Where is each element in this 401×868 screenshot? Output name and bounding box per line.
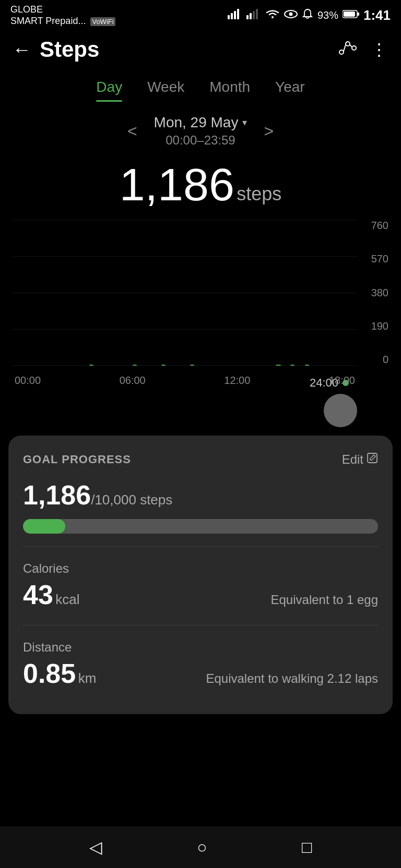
- svg-rect-0: [228, 15, 230, 19]
- tab-day[interactable]: Day: [96, 79, 122, 100]
- divider-2: [23, 625, 378, 625]
- chart-bar: [290, 365, 294, 366]
- tab-year[interactable]: Year: [275, 79, 305, 100]
- date-navigator: < Mon, 29 May ▾ 00:00–23:59 >: [0, 104, 401, 150]
- chart-bar: [133, 365, 137, 366]
- bar-group: [85, 365, 99, 366]
- goal-steps-current: 1,186: [23, 480, 91, 510]
- svg-point-17: [352, 46, 356, 50]
- goal-title: GOAL PROGRESS: [23, 453, 131, 466]
- chart-bar: [161, 365, 166, 366]
- svg-point-16: [346, 42, 350, 46]
- bell-icon: [302, 8, 313, 22]
- date-dropdown-icon: ▾: [242, 117, 247, 128]
- svg-rect-14: [344, 11, 355, 17]
- svg-rect-3: [237, 9, 239, 19]
- tab-week[interactable]: Week: [147, 79, 184, 100]
- bar-group: [271, 365, 286, 366]
- chart-y-labels: 760 570 380 190 0: [360, 220, 388, 366]
- battery-label: 93%: [317, 9, 338, 21]
- goal-steps-display: 1,186/10,000 steps: [23, 479, 378, 511]
- y-label-190: 190: [360, 320, 388, 332]
- signal2-icon: [246, 9, 261, 22]
- signal-icon: [228, 9, 242, 22]
- svg-point-15: [339, 50, 344, 54]
- x-label-1800: 18:00: [329, 375, 355, 387]
- page-title: Steps: [40, 37, 99, 62]
- y-label-570: 570: [360, 253, 388, 265]
- date-center: Mon, 29 May ▾ 00:00–23:59: [154, 114, 247, 148]
- chart-bars: [13, 220, 357, 366]
- back-nav-button[interactable]: ◁: [89, 837, 102, 857]
- calories-equivalent: Equivalent to 1 egg: [271, 593, 379, 607]
- more-options-icon[interactable]: ⋮: [371, 40, 388, 59]
- svg-rect-4: [246, 15, 249, 19]
- goal-progress-card: GOAL PROGRESS Edit 1,186/10,000 steps Ca…: [8, 436, 393, 714]
- svg-point-8: [272, 16, 274, 18]
- edit-icon: [367, 452, 378, 467]
- edit-button[interactable]: Edit: [342, 452, 378, 467]
- back-button[interactable]: ←: [13, 39, 31, 61]
- y-label-760: 760: [360, 220, 388, 232]
- divider-1: [23, 546, 378, 547]
- svg-line-19: [350, 45, 352, 47]
- svg-rect-2: [234, 11, 236, 19]
- bottom-nav: ◁ ○ □: [0, 826, 401, 868]
- distance-value-group: 0.85 km: [23, 658, 96, 689]
- svg-rect-1: [231, 13, 233, 19]
- distance-section: Distance 0.85 km Equivalent to walking 2…: [23, 630, 378, 700]
- bar-group: [286, 365, 300, 366]
- next-date-button[interactable]: >: [264, 122, 274, 141]
- chart-bar: [305, 365, 309, 366]
- svg-rect-20: [368, 453, 377, 463]
- x-label-0000: 00:00: [15, 375, 41, 387]
- recent-nav-button[interactable]: □: [302, 838, 312, 857]
- date-label[interactable]: Mon, 29 May ▾: [154, 114, 247, 131]
- wifi-icon: [265, 9, 280, 22]
- tabs-container: Day Week Month Year: [0, 70, 401, 104]
- vowifi-badge: VoWiFi: [90, 17, 115, 26]
- header: ← Steps ⋮: [0, 29, 401, 70]
- steps-number: 1,186: [120, 159, 234, 210]
- calories-unit: kcal: [55, 592, 79, 607]
- distance-unit: km: [78, 670, 97, 686]
- goal-header: GOAL PROGRESS Edit: [23, 452, 378, 467]
- progress-bar-container: [23, 519, 378, 534]
- svg-rect-13: [357, 13, 359, 16]
- svg-rect-5: [250, 13, 252, 19]
- battery-icon: [343, 9, 359, 21]
- graph-icon[interactable]: [337, 40, 358, 60]
- eye-icon: [284, 9, 298, 22]
- bar-group: [185, 365, 199, 366]
- distance-equivalent: Equivalent to walking 2.12 laps: [206, 671, 378, 686]
- header-left: ← Steps: [13, 37, 99, 62]
- tab-month[interactable]: Month: [209, 79, 250, 100]
- y-label-0: 0: [360, 354, 388, 366]
- distance-value: 0.85: [23, 658, 76, 689]
- chart-x-labels: 00:00 06:00 12:00 18:00: [13, 375, 357, 387]
- chart-area: 760 570 380 190 0 00:00 06:00 12:00 18:0…: [13, 220, 388, 387]
- calories-value-group: 43 kcal: [23, 579, 80, 610]
- distance-label: Distance: [23, 640, 378, 655]
- scroll-thumb-container: [0, 392, 401, 427]
- goal-steps-denom: /10,000 steps: [91, 492, 172, 508]
- svg-rect-6: [253, 11, 255, 19]
- prev-date-button[interactable]: <: [127, 122, 137, 141]
- carrier2-label: SMART Prepaid... VoWiFi: [10, 16, 115, 27]
- status-right: 93% 1:41: [228, 7, 391, 23]
- calories-value: 43: [23, 580, 53, 610]
- bar-group: [127, 365, 142, 366]
- bar-group: [156, 365, 171, 366]
- home-nav-button[interactable]: ○: [197, 838, 207, 857]
- bar-group: [300, 365, 314, 366]
- distance-value-row: 0.85 km Equivalent to walking 2.12 laps: [23, 658, 378, 689]
- calories-section: Calories 43 kcal Equivalent to 1 egg: [23, 551, 378, 621]
- progress-bar-fill: [23, 519, 65, 534]
- svg-rect-7: [256, 9, 258, 19]
- scroll-thumb[interactable]: [324, 394, 357, 427]
- chart-bar: [190, 365, 194, 366]
- carrier1-label: GLOBE: [10, 4, 115, 16]
- time-label: 1:41: [363, 7, 391, 23]
- status-bar: GLOBE SMART Prepaid... VoWiFi 93% 1:4: [0, 0, 401, 29]
- steps-unit: steps: [237, 183, 281, 204]
